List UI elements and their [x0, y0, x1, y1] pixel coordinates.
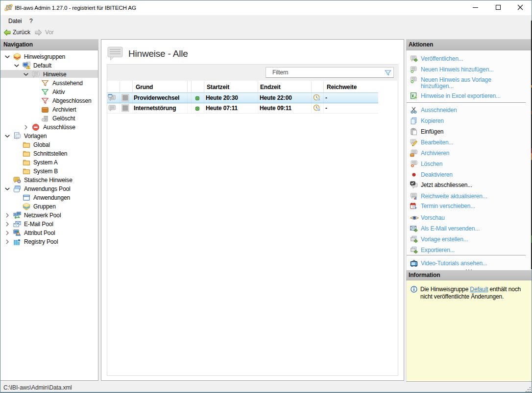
- svg-text:17: 17: [412, 205, 415, 208]
